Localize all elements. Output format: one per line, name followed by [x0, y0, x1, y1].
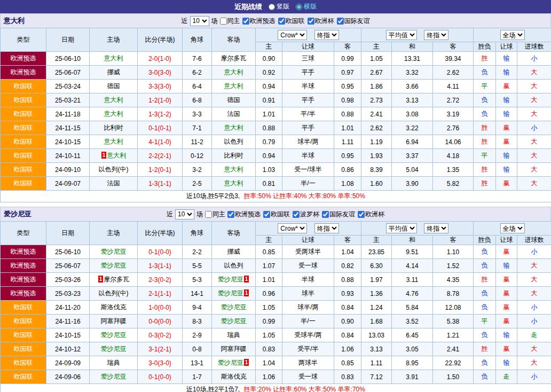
league-filter[interactable]: 欧洲预选 [227, 210, 261, 219]
home-team-name[interactable]: 阿塞拜疆 [101, 317, 127, 325]
score-cell[interactable]: 2-3(0-2) [138, 273, 183, 287]
same-home-filter[interactable]: 同主 [220, 17, 240, 26]
home-team-name[interactable]: 意大利 [107, 152, 126, 159]
league-checkbox[interactable] [278, 18, 285, 25]
home-team-name[interactable]: 挪威 [107, 68, 120, 76]
score-cell[interactable]: 1-2(0-1) [138, 163, 183, 177]
score-cell[interactable]: 1-2(1-0) [138, 93, 183, 107]
same-home-checkbox[interactable] [205, 211, 212, 218]
home-team-name[interactable]: 意大利 [104, 96, 123, 104]
league-filter[interactable]: 国际友谊 [322, 210, 355, 219]
away-team-name[interactable]: 以色列 [224, 138, 243, 145]
away-team-name[interactable]: 爱沙尼亚 [221, 303, 247, 311]
scope-select[interactable]: 全场 [500, 30, 525, 40]
league-checkbox[interactable] [293, 211, 300, 218]
away-team-name[interactable]: 摩尔多瓦 [221, 54, 247, 62]
away-team-name[interactable]: 爱沙尼亚 [218, 276, 243, 283]
home-team-name[interactable]: 爱沙尼亚 [101, 373, 127, 380]
away-team-name[interactable]: 意大利 [224, 166, 243, 173]
home-team-name[interactable]: 爱沙尼亚 [101, 331, 127, 339]
scope-select[interactable]: 全场 [500, 223, 525, 233]
away-team-name[interactable]: 瑞典 [227, 331, 240, 339]
score-cell[interactable]: 3-1(2-1) [138, 342, 183, 356]
away-team-name[interactable]: 爱沙尼亚 [218, 359, 243, 366]
same-home-filter[interactable]: 同主 [205, 210, 225, 219]
league-checkbox[interactable] [337, 18, 344, 25]
score-cell[interactable]: 4-1(1-0) [138, 135, 183, 149]
same-home-checkbox[interactable] [220, 18, 227, 25]
score-cell[interactable]: 0-3(0-2) [138, 328, 183, 342]
score-cell[interactable]: 0-1(0-0) [138, 245, 183, 259]
league-checkbox[interactable] [263, 211, 270, 218]
score-cell[interactable]: 2-0(1-0) [138, 52, 183, 66]
away-team-name[interactable]: 阿塞拜疆 [221, 345, 247, 352]
score-cell[interactable]: 0-1(0-0) [138, 370, 183, 384]
home-team-name[interactable]: 以色列(中) [99, 166, 129, 173]
score-cell[interactable]: 1-3(1-2) [138, 107, 183, 121]
score-cell[interactable]: 0-1(0-1) [138, 121, 183, 135]
final-odds-select[interactable]: 终指 [314, 30, 339, 40]
league-filter[interactable]: 欧洲预选 [242, 17, 276, 26]
home-team-name[interactable]: 爱沙尼亚 [101, 262, 127, 269]
league-checkbox[interactable] [358, 211, 365, 218]
away-team-cell: 意大利 [212, 80, 256, 93]
away-team-name[interactable]: 爱沙尼亚 [218, 289, 243, 297]
home-team-name[interactable]: 意大利 [104, 110, 123, 117]
final-odds-select[interactable]: 终指 [314, 223, 339, 233]
away-team-name[interactable]: 以色列 [224, 262, 243, 269]
home-team-name[interactable]: 意大利 [104, 138, 123, 145]
score-cell[interactable]: 3-3(3-0) [138, 80, 183, 93]
league-checkbox[interactable] [227, 211, 234, 218]
match-count-select[interactable]: 10 [175, 209, 194, 219]
vertical-layout-radio[interactable] [269, 4, 275, 10]
match-count-select[interactable]: 10 [190, 16, 209, 26]
league-checkbox[interactable] [322, 211, 329, 218]
away-team-name[interactable]: 意大利 [224, 179, 243, 187]
league-filter[interactable]: 欧洲杯 [308, 17, 334, 26]
away-team-name[interactable]: 挪威 [227, 248, 240, 255]
final-odds-select[interactable]: 终指 [424, 30, 448, 40]
league-filter[interactable]: 欧洲杯 [358, 210, 384, 219]
home-team-name[interactable]: 意大利 [104, 54, 123, 62]
away-team-name[interactable]: 比利时 [224, 152, 243, 159]
home-team-name[interactable]: 德国 [107, 82, 120, 90]
home-team-name[interactable]: 瑞典 [107, 359, 120, 366]
home-team-name[interactable]: 法国 [107, 179, 120, 187]
away-team-name[interactable]: 德国 [227, 96, 240, 104]
home-team-name[interactable]: 比利时 [104, 124, 123, 131]
away-team-name[interactable]: 意大利 [224, 124, 243, 131]
score-cell[interactable]: 3-0(3-0) [138, 356, 183, 370]
home-team-name[interactable]: 斯洛伐克 [101, 303, 127, 311]
score-cell[interactable]: 2-1(1-1) [138, 287, 183, 301]
away-team-name[interactable]: 爱沙尼亚 [221, 317, 247, 325]
league-checkbox[interactable] [242, 18, 249, 25]
score-cell[interactable]: 1-0(0-0) [138, 301, 183, 315]
score-cell[interactable]: 1-3(1-1) [138, 177, 183, 191]
away-team-name[interactable]: 意大利 [224, 82, 243, 90]
bookmaker-select[interactable]: Crow* [278, 30, 307, 40]
league-filter[interactable]: 欧国联 [263, 210, 290, 219]
league-filter[interactable]: 欧国联 [278, 17, 305, 26]
away-team-name[interactable]: 斯洛伐克 [221, 373, 247, 380]
layout-option-horizontal[interactable]: 横版 [296, 2, 317, 11]
away-team-name[interactable]: 意大利 [224, 68, 243, 76]
score-cell[interactable]: 2-2(2-1) [138, 149, 183, 163]
home-team-name[interactable]: 以色列(中) [99, 289, 129, 297]
home-team-name[interactable]: 爱沙尼亚 [101, 248, 127, 255]
league-checkbox[interactable] [308, 18, 314, 25]
final-odds-select[interactable]: 终指 [424, 223, 448, 233]
horizontal-layout-radio[interactable] [296, 4, 302, 10]
result-handicap: 输 [496, 259, 517, 273]
away-team-name[interactable]: 法国 [227, 110, 240, 117]
home-team-name[interactable]: 爱沙尼亚 [101, 345, 127, 352]
league-filter[interactable]: 波罗杯 [293, 210, 319, 219]
score-cell[interactable]: 1-3(1-1) [138, 259, 183, 273]
score-cell[interactable]: 0-0(0-0) [138, 315, 183, 328]
average-select[interactable]: 平均值 [386, 223, 417, 233]
layout-option-vertical[interactable]: 竖版 [269, 2, 289, 11]
home-team-name[interactable]: 摩尔多瓦 [104, 276, 129, 283]
score-cell[interactable]: 3-0(3-0) [138, 66, 183, 80]
league-filter[interactable]: 国际友谊 [337, 17, 370, 26]
average-select[interactable]: 平均值 [386, 30, 417, 40]
bookmaker-select[interactable]: Crow* [278, 223, 307, 233]
